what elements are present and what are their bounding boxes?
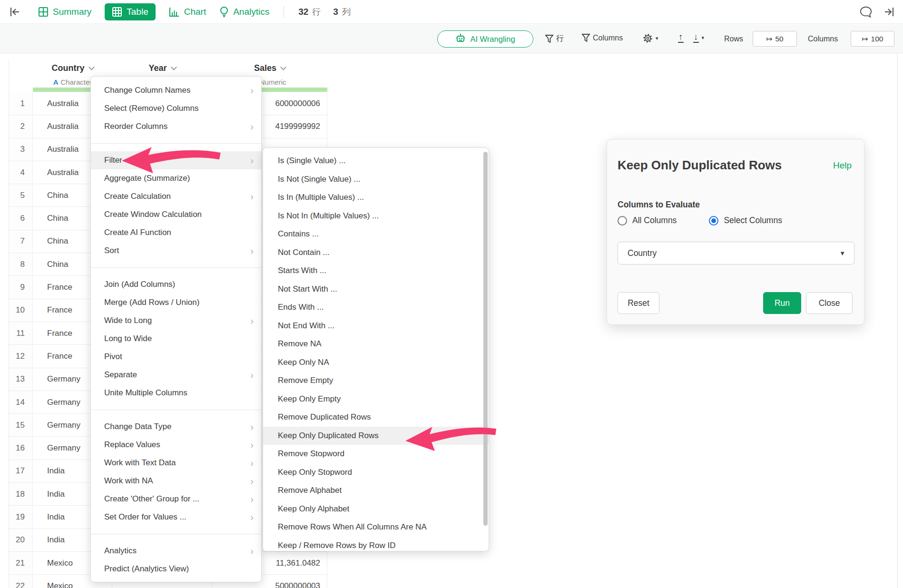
comment-bubble-icon[interactable] <box>859 5 873 19</box>
submenu-arrow-icon: › <box>250 187 254 206</box>
menu-item[interactable]: Reorder Columns › <box>91 118 261 136</box>
chevron-down-icon[interactable] <box>171 64 177 70</box>
submenu-item[interactable]: Keep Only Alphabet <box>263 500 489 519</box>
submenu-scrollbar[interactable] <box>483 152 488 526</box>
menu-item-label: Replace Values <box>104 440 160 449</box>
menu-item[interactable]: Wide to Long › <box>91 312 261 330</box>
column-header-sales[interactable]: Sales <box>212 63 327 73</box>
submenu-item[interactable]: Remove Rows When All Columns Are NA <box>263 518 489 537</box>
menu-item[interactable]: Analytics › <box>91 542 261 560</box>
filter-columns-button[interactable]: Columns <box>582 34 623 42</box>
menu-item[interactable]: Join (Add Columns) › <box>91 275 261 294</box>
menu-item[interactable]: Set Order for Values ... › <box>91 508 261 526</box>
expand-right-panel-icon[interactable] <box>883 6 895 18</box>
menu-item-label: Long to Wide <box>104 334 152 343</box>
select-columns-label[interactable]: Select Columns <box>724 216 782 225</box>
keep-only-duplicated-rows-dialog: Keep Only Duplicated Rows Help Columns t… <box>607 139 864 325</box>
menu-item[interactable]: Merge (Add Rows / Union) › <box>91 294 261 312</box>
menu-item[interactable]: Aggregate (Summarize) › <box>91 169 261 187</box>
submenu-item[interactable]: Remove NA <box>263 335 489 353</box>
filter-rows-button[interactable]: 行 <box>545 34 564 44</box>
submenu-item[interactable]: Remove Empty <box>263 372 489 390</box>
submenu-item[interactable]: Keep Only Duplicated Rows <box>263 427 489 445</box>
close-button[interactable]: Close <box>806 292 853 314</box>
submenu-item[interactable]: Is Not In (Multiple Values) ... <box>263 207 489 225</box>
submenu-item[interactable]: Not Start With ... <box>263 280 489 299</box>
row-number-cell: 16 <box>9 437 33 460</box>
tab-summary[interactable]: Summary <box>38 7 91 17</box>
submenu-item[interactable]: Keep Only Stopword <box>263 463 489 482</box>
menu-item[interactable] <box>91 267 261 268</box>
rows-limit-box[interactable]: ↦ 50 <box>753 31 797 47</box>
menu-item[interactable]: Separate › <box>91 366 261 384</box>
menu-item[interactable]: Long to Wide › <box>91 330 261 348</box>
menu-item[interactable]: Create Calculation › <box>91 187 261 206</box>
menu-item-label: Set Order for Values ... <box>104 512 186 521</box>
menu-item[interactable] <box>91 410 261 410</box>
column-header-country[interactable]: Country <box>33 63 112 73</box>
menu-item[interactable]: Filter › <box>91 151 261 169</box>
submenu-item[interactable]: Not Contain ... <box>263 244 489 262</box>
rows-limit-value: 50 <box>775 35 783 43</box>
upload-arrow-icon: ↑ <box>678 32 684 43</box>
menu-item-label: Merge (Add Rows / Union) <box>104 298 199 307</box>
menu-item[interactable] <box>91 534 261 534</box>
menu-item[interactable]: Predict (Analytics View) › <box>91 560 261 578</box>
tab-chart[interactable]: Chart <box>169 7 206 17</box>
import-button[interactable]: ↑ <box>678 32 684 43</box>
columns-limit-box[interactable]: ↦ 100 <box>851 31 894 47</box>
tab-analytics[interactable]: Analytics <box>219 6 269 18</box>
menu-item[interactable]: Pivot › <box>91 348 261 366</box>
select-columns-radio[interactable] <box>709 216 718 225</box>
menu-item[interactable]: Sort › <box>91 242 261 260</box>
filter-rows-label: 行 <box>556 34 564 44</box>
submenu-item[interactable]: Keep Only Empty <box>263 390 489 409</box>
menu-item[interactable]: Change Data Type › <box>91 418 261 436</box>
menu-item[interactable]: Create Window Calculation › <box>91 206 261 224</box>
submenu-item[interactable]: Remove Alphabet <box>263 481 489 500</box>
tab-label: Analytics <box>233 7 269 17</box>
menu-item[interactable]: Select (Remove) Columns › <box>91 99 261 118</box>
chevron-down-icon[interactable] <box>88 64 95 70</box>
tab-table[interactable]: Table <box>105 3 155 20</box>
submenu-item[interactable]: Contains ... <box>263 225 489 244</box>
menu-item[interactable] <box>91 143 261 144</box>
menu-item-label: Work with Text Data <box>104 458 176 467</box>
submenu-item[interactable]: Is In (Multiple Values) ... <box>263 188 489 207</box>
menu-item[interactable]: Work with NA › <box>91 472 261 490</box>
reset-button[interactable]: Reset <box>618 292 659 314</box>
export-dropdown-button[interactable]: ↓ ▾ <box>693 32 704 43</box>
chevron-down-icon[interactable] <box>280 64 286 70</box>
menu-item[interactable]: Change Column Names › <box>91 81 261 99</box>
row-number-cell: 12 <box>9 345 33 368</box>
column-select-dropdown[interactable]: Country ▼ <box>618 242 854 265</box>
submenu-item[interactable]: Keep Only NA <box>263 353 489 372</box>
submenu-item[interactable]: Is Not (Single Value) ... <box>263 170 489 189</box>
collapse-left-panel-icon[interactable] <box>9 6 21 18</box>
row-number-cell: 9 <box>9 276 33 299</box>
column-header-year[interactable]: Year <box>112 63 212 73</box>
submenu-item-label: Is Not (Single Value) ... <box>278 175 361 184</box>
menu-item[interactable]: Create 'Other' Group for ... › <box>91 490 261 508</box>
help-link[interactable]: Help <box>833 160 852 171</box>
menu-item[interactable]: Replace Values › <box>91 436 261 454</box>
menu-item-label: Change Column Names <box>104 86 190 95</box>
ai-wrangling-button[interactable]: AI Wrangling <box>437 30 533 48</box>
submenu-item[interactable]: Is (Single Value) ... <box>263 152 489 170</box>
submenu-item[interactable]: Keep / Remove Rows by Row ID <box>263 537 489 552</box>
submenu-item[interactable]: Ends With ... <box>263 298 489 317</box>
submenu-item[interactable]: Remove Stopword <box>263 445 489 463</box>
submenu-item-label: Keep Only Empty <box>278 394 341 403</box>
menu-item[interactable]: Create AI Function › <box>91 224 261 242</box>
menu-item-label: Analytics <box>104 546 137 555</box>
all-columns-label[interactable]: All Columns <box>632 216 677 225</box>
submenu-item[interactable]: Not End With ... <box>263 317 489 335</box>
menu-item[interactable]: Unite Multiple Columns › <box>91 384 261 402</box>
submenu-item[interactable]: Starts With ... <box>263 262 489 280</box>
submenu-item[interactable]: Remove Duplicated Rows <box>263 408 489 427</box>
menu-item[interactable]: Work with Text Data › <box>91 454 261 472</box>
row-number-cell: 19 <box>9 506 33 529</box>
settings-dropdown-button[interactable]: ▾ <box>643 33 658 43</box>
run-button[interactable]: Run <box>763 292 801 314</box>
all-columns-radio[interactable] <box>618 216 627 225</box>
